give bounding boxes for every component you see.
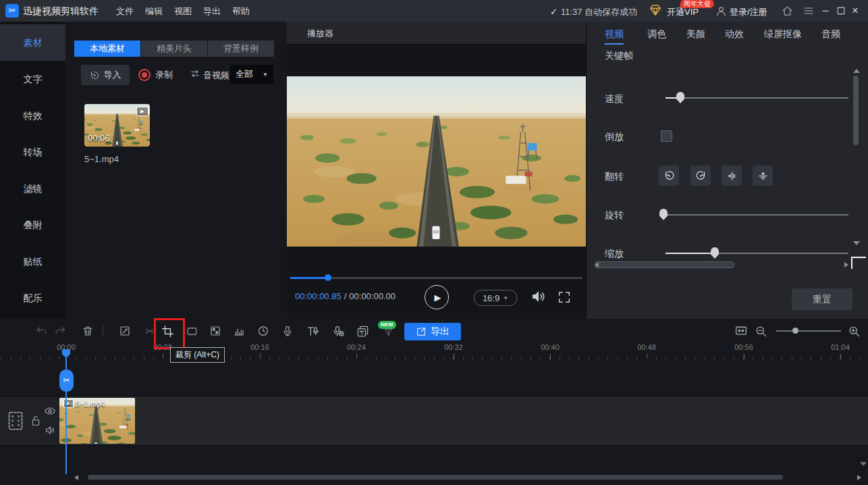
fit-timeline-icon [734, 325, 748, 337]
voice-change-button[interactable] [329, 322, 347, 340]
playhead-line[interactable] [65, 350, 67, 474]
vip-diamond-icon[interactable] [648, 3, 663, 17]
main-menu-icon[interactable] [803, 6, 814, 16]
home-icon[interactable] [782, 5, 793, 17]
unlock-icon[interactable] [30, 414, 41, 427]
scroll-right-arrow[interactable] [857, 475, 861, 480]
timeline-hscrollbar[interactable] [74, 474, 861, 480]
undo-button[interactable] [32, 322, 50, 340]
scale-slider[interactable] [666, 253, 848, 254]
speed-slider-thumb[interactable] [676, 92, 684, 103]
fullscreen-icon[interactable] [557, 290, 572, 305]
reset-button[interactable]: 重置 [792, 288, 852, 310]
rotate-slider[interactable] [661, 214, 848, 215]
eye-icon[interactable] [44, 407, 56, 415]
duration-button[interactable] [254, 322, 272, 340]
aspect-ratio-dropdown[interactable]: 16:9 ▼ [474, 290, 517, 306]
tab-local-media[interactable]: 本地素材 [74, 41, 140, 57]
tab-background-samples[interactable]: 背景样例 [208, 41, 274, 57]
seek-handle[interactable] [325, 274, 331, 281]
clock-icon [257, 325, 269, 337]
app-title: 迅捷视频剪辑软件 [23, 5, 99, 18]
audio-wave-icon [233, 325, 245, 337]
export-button[interactable]: 导出 [404, 323, 461, 340]
close-button[interactable]: × [849, 5, 861, 17]
speed-slider[interactable] [666, 97, 848, 99]
reverse-checkbox[interactable] [661, 130, 672, 142]
menu-export[interactable]: 导出 [200, 5, 223, 18]
record-button[interactable]: 录制 [138, 65, 173, 85]
redo-button[interactable] [51, 322, 69, 340]
login-register-button[interactable]: 登录/注册 [730, 6, 767, 18]
sidebar-item-transitions[interactable]: 转场 [0, 134, 65, 170]
scale-slider-thumb[interactable] [711, 247, 719, 259]
inspector-hscrollbar[interactable] [595, 261, 858, 268]
swap-media-icon[interactable] [190, 69, 200, 78]
tab-color[interactable]: 调色 [647, 28, 666, 41]
menu-file[interactable]: 文件 [113, 5, 136, 18]
scroll-left-arrow[interactable] [74, 475, 78, 480]
user-icon[interactable] [715, 5, 727, 17]
menu-edit[interactable]: 编辑 [142, 5, 165, 18]
rotate-cw-button[interactable] [690, 165, 711, 186]
tab-chroma-key[interactable]: 绿屏抠像 [764, 28, 802, 41]
tab-audio[interactable]: 音频 [821, 28, 840, 41]
track-volume-icon[interactable] [45, 425, 56, 436]
app-logo-icon: ✂ [5, 4, 19, 18]
video-preview [287, 76, 586, 247]
delete-button[interactable] [79, 322, 97, 340]
sidebar-item-filters[interactable]: 滤镜 [0, 170, 65, 207]
zoom-in-button[interactable] [845, 322, 863, 340]
vscroll-thumb[interactable] [853, 76, 859, 145]
maximize-button[interactable] [837, 7, 845, 15]
keyframe-button[interactable]: 关键帧 [605, 50, 633, 62]
speed-label: 速度 [605, 93, 624, 105]
volume-icon[interactable] [530, 288, 547, 305]
sidebar-item-overlays[interactable]: 叠附 [0, 207, 65, 243]
menu-help[interactable]: 帮助 [229, 5, 252, 18]
play-button[interactable]: ▶ [425, 285, 449, 309]
sidebar-item-text[interactable]: 文字 [0, 61, 65, 97]
edit-icon [119, 325, 131, 337]
timeline-scroll-down-arrow[interactable] [860, 462, 867, 466]
edit-button[interactable] [116, 322, 134, 340]
hscroll-thumb[interactable] [595, 261, 734, 268]
rotate-ccw-button[interactable] [659, 165, 679, 186]
timeline-ruler[interactable]: 00:00 00:08 00:16 00:24 00:32 00:40 00:4… [0, 342, 868, 359]
sidebar-item-music[interactable]: 配乐 [0, 280, 65, 316]
timeline-zoom-slider[interactable] [776, 330, 841, 332]
record-voice-button[interactable] [279, 322, 296, 340]
scroll-right-arrow[interactable] [844, 262, 848, 267]
rotate-slider-thumb[interactable] [659, 209, 668, 220]
toolbar: ✂ NEW [0, 319, 868, 342]
text-to-speech-button[interactable] [304, 322, 321, 340]
timeline-hscroll-thumb[interactable] [88, 475, 783, 480]
minimize-button[interactable]: ─ [819, 5, 832, 17]
scissors-icon: ✂ [63, 376, 70, 385]
mosaic-button[interactable] [207, 322, 224, 340]
sidebar-item-stickers[interactable]: 贴纸 [0, 243, 65, 280]
subtitle-button[interactable] [354, 322, 371, 340]
tab-motion[interactable]: 动效 [725, 28, 744, 41]
menu-view[interactable]: 视图 [171, 5, 194, 18]
media-filter-dropdown[interactable]: 全部 ▼ [230, 65, 273, 84]
sidebar-item-media[interactable]: 素材 [0, 24, 65, 61]
ruler-ticks [0, 354, 868, 359]
import-button[interactable]: 导入 [81, 65, 130, 85]
seek-bar[interactable] [290, 277, 582, 279]
scroll-up-arrow[interactable] [853, 69, 860, 73]
scroll-left-arrow[interactable] [595, 262, 599, 267]
zoom-out-button[interactable] [752, 322, 769, 340]
tab-video[interactable]: 视频 [605, 28, 624, 41]
scroll-down-arrow[interactable] [853, 241, 860, 245]
audio-wave-button[interactable] [230, 322, 248, 340]
fit-timeline-button[interactable] [732, 322, 750, 340]
timeline-zoom-thumb[interactable] [792, 328, 798, 334]
flip-vertical-button[interactable] [753, 165, 773, 186]
region-select-button[interactable] [183, 322, 200, 340]
flip-horizontal-button[interactable] [722, 165, 742, 186]
playhead-scissors-handle[interactable]: ✂ [59, 369, 74, 392]
tab-intro-templates[interactable]: 精美片头 [141, 41, 207, 57]
sidebar-item-effects[interactable]: 特效 [0, 97, 65, 134]
tab-beauty[interactable]: 美颜 [686, 28, 705, 41]
